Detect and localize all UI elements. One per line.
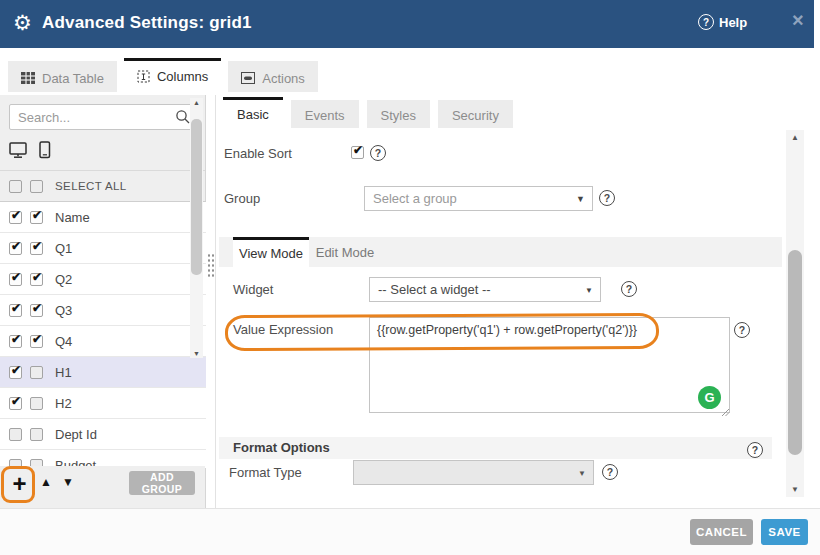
- mobile-checkbox[interactable]: ✔: [30, 397, 43, 410]
- panel-scrollbar-thumb[interactable]: [788, 250, 802, 455]
- column-label: Q4: [55, 334, 72, 349]
- scroll-up-icon[interactable]: ▲: [190, 99, 203, 106]
- desktop-icon[interactable]: [9, 142, 29, 163]
- search-input[interactable]: [9, 104, 197, 130]
- tab-columns[interactable]: Columns: [124, 58, 221, 92]
- mode-tabbar: View Mode Edit Mode: [219, 237, 782, 267]
- add-group-button[interactable]: ADD GROUP: [129, 471, 195, 495]
- add-column-button[interactable]: +: [7, 470, 32, 498]
- mobile-checkbox[interactable]: ✔: [30, 242, 43, 255]
- mobile-checkbox[interactable]: ✔: [30, 335, 43, 348]
- mobile-checkbox[interactable]: ✔: [30, 211, 43, 224]
- widget-label: Widget: [233, 277, 273, 302]
- scroll-up-icon[interactable]: ▲: [786, 133, 804, 142]
- column-list-item[interactable]: ✔ ✔ Dept Id: [0, 419, 206, 450]
- column-list-item[interactable]: ✔ ✔ Q1: [0, 233, 206, 264]
- column-list-item[interactable]: ✔ ✔ Q4: [0, 326, 206, 357]
- select-all-desktop-checkbox[interactable]: [9, 180, 22, 193]
- format-type-select[interactable]: ▼: [353, 460, 594, 485]
- value-expression-label: Value Expression: [233, 317, 333, 342]
- widget-select-value: -- Select a widget --: [378, 282, 491, 297]
- column-list-item[interactable]: ✔ ✔ H2: [0, 388, 206, 419]
- data-table-icon: [21, 72, 35, 84]
- save-button[interactable]: SAVE: [761, 519, 808, 545]
- desktop-checkbox[interactable]: ✔: [9, 335, 22, 348]
- dialog-footer: CANCEL SAVE: [0, 508, 820, 555]
- group-label: Group: [224, 186, 260, 211]
- scroll-down-icon[interactable]: ▼: [190, 350, 203, 357]
- column-settings-panel: Basic Events Styles Security Enable Sort…: [215, 95, 785, 508]
- tab-security[interactable]: Security: [438, 100, 513, 128]
- select-all-row: SELECT ALL: [0, 170, 205, 201]
- desktop-checkbox[interactable]: ✔: [9, 366, 22, 379]
- column-list-item[interactable]: ✔ ✔ Q3: [0, 295, 206, 326]
- dialog-titlebar: ⚙ Advanced Settings: grid1 ? Help ×: [0, 0, 814, 48]
- tab-data-table[interactable]: Data Table: [8, 61, 117, 92]
- column-label: Q3: [55, 303, 72, 318]
- mobile-checkbox[interactable]: ✔: [30, 273, 43, 286]
- group-select[interactable]: Select a group ▼: [364, 186, 593, 211]
- actions-icon: [241, 72, 255, 84]
- gear-icon: ⚙: [13, 11, 32, 35]
- help-link[interactable]: ? Help: [698, 14, 747, 30]
- group-help-icon[interactable]: ?: [599, 190, 615, 206]
- settings-tabbar: Basic Events Styles Security: [216, 95, 785, 128]
- format-type-help-icon[interactable]: ?: [602, 464, 618, 480]
- cancel-button[interactable]: CANCEL: [690, 519, 753, 545]
- tab-label: Data Table: [42, 71, 104, 86]
- desktop-checkbox[interactable]: ✔: [9, 397, 22, 410]
- column-label: Q1: [55, 241, 72, 256]
- tab-view-mode[interactable]: View Mode: [233, 237, 309, 267]
- close-icon[interactable]: ×: [792, 9, 804, 32]
- tab-actions[interactable]: Actions: [228, 61, 318, 92]
- resize-handle-icon[interactable]: [721, 403, 730, 421]
- sidebar-toolbar: + ▲ ▼ ADD GROUP: [0, 466, 205, 508]
- panel-splitter[interactable]: [207, 95, 215, 508]
- value-expression-textarea[interactable]: {{row.getProperty('q1') + row.getPropert…: [369, 317, 730, 413]
- enable-sort-checkbox[interactable]: ✔: [351, 146, 364, 159]
- desktop-checkbox[interactable]: ✔: [9, 242, 22, 255]
- select-all-mobile-checkbox[interactable]: [30, 180, 43, 193]
- caret-down-icon: ▼: [578, 469, 586, 478]
- desktop-checkbox[interactable]: ✔: [9, 273, 22, 286]
- tab-edit-mode[interactable]: Edit Mode: [309, 237, 381, 267]
- mobile-checkbox[interactable]: ✔: [30, 304, 43, 317]
- list-scrollbar-thumb[interactable]: [191, 119, 202, 275]
- mobile-checkbox[interactable]: ✔: [30, 366, 43, 379]
- move-down-button[interactable]: ▼: [62, 475, 74, 489]
- column-list-item[interactable]: ✔ ✔ Q2: [0, 264, 206, 295]
- desktop-checkbox[interactable]: ✔: [9, 304, 22, 317]
- enable-sort-help-icon[interactable]: ?: [370, 145, 386, 161]
- mobile-icon[interactable]: [39, 141, 51, 163]
- advanced-settings-dialog: ⚙ Advanced Settings: grid1 ? Help × Data…: [0, 0, 820, 555]
- mobile-checkbox[interactable]: ✔: [30, 428, 43, 441]
- group-select-value: Select a group: [373, 191, 457, 206]
- column-label: Dept Id: [55, 427, 97, 442]
- tab-label: Columns: [157, 69, 208, 84]
- move-up-button[interactable]: ▲: [40, 475, 52, 489]
- column-label: H1: [55, 365, 72, 380]
- column-list-item[interactable]: ✔ ✔ Name: [0, 202, 206, 233]
- column-list-item[interactable]: ✔ ✔ H1: [0, 357, 206, 388]
- help-icon: ?: [698, 14, 714, 30]
- scroll-down-icon[interactable]: ▼: [786, 485, 804, 494]
- tab-basic[interactable]: Basic: [223, 97, 283, 128]
- help-label: Help: [719, 15, 747, 30]
- widget-help-icon[interactable]: ?: [621, 281, 637, 297]
- select-all-label: SELECT ALL: [55, 180, 127, 192]
- grammarly-icon[interactable]: G: [698, 386, 721, 409]
- column-label: H2: [55, 396, 72, 411]
- tab-label: Actions: [262, 71, 305, 86]
- desktop-checkbox[interactable]: ✔: [9, 428, 22, 441]
- tab-styles[interactable]: Styles: [367, 100, 430, 128]
- desktop-checkbox[interactable]: ✔: [9, 211, 22, 224]
- dialog-tabbar: Data Table Columns Actions: [0, 48, 814, 95]
- tab-events[interactable]: Events: [291, 100, 359, 128]
- column-label: Name: [55, 210, 90, 225]
- enable-sort-label: Enable Sort: [224, 141, 292, 166]
- column-list: ✔ ✔ Name ✔ ✔ Q1 ✔ ✔ Q2 ✔ ✔ Q3 ✔ ✔ Q4 ✔ ✔…: [0, 201, 206, 468]
- value-expression-help-icon[interactable]: ?: [734, 322, 750, 338]
- widget-select[interactable]: -- Select a widget -- ▼: [369, 277, 601, 302]
- caret-down-icon: ▼: [576, 194, 585, 204]
- format-options-help-icon[interactable]: ?: [747, 442, 763, 458]
